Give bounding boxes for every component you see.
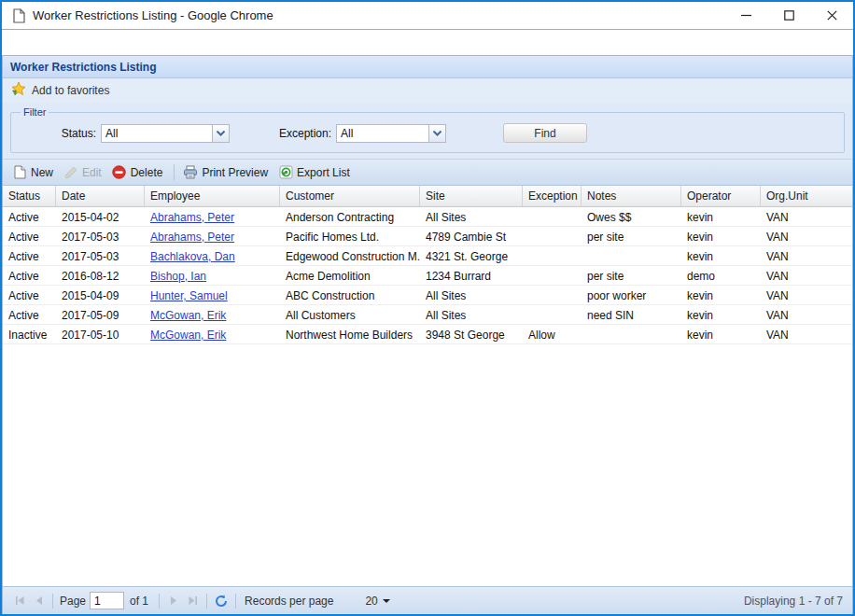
- column-header-exception[interactable]: Exception: [523, 186, 582, 206]
- grid-cell: kevin: [681, 286, 761, 304]
- delete-button[interactable]: Delete: [108, 162, 170, 183]
- grid-header: Status Date Employee Customer Site Excep…: [3, 186, 852, 207]
- page-size-value: 20: [365, 595, 377, 608]
- grid-cell: [582, 325, 681, 343]
- grid-cell: Active: [3, 246, 56, 265]
- table-row[interactable]: Active2016-08-12Bishop, IanAcme Demoliti…: [3, 266, 852, 286]
- grid-cell: McGowan, Erik: [145, 325, 280, 343]
- grid-cell: [523, 305, 582, 324]
- grid-cell: [582, 246, 681, 265]
- column-header-site[interactable]: Site: [420, 186, 523, 206]
- exception-combobox[interactable]: All: [336, 124, 446, 143]
- grid-cell: 2017-05-10: [56, 325, 145, 343]
- status-combobox[interactable]: All: [101, 124, 230, 143]
- pager-separator: [52, 594, 53, 609]
- grid-cell: McGowan, Erik: [145, 305, 280, 324]
- print-preview-button-label: Print Preview: [202, 166, 268, 179]
- edit-button[interactable]: Edit: [60, 162, 108, 183]
- grid-cell: need SIN: [582, 305, 681, 324]
- grid-cell: [523, 266, 582, 285]
- column-header-status[interactable]: Status: [3, 186, 56, 206]
- employee-link[interactable]: Abrahams, Peter: [150, 231, 234, 244]
- new-page-icon: [12, 165, 27, 180]
- pager-separator: [159, 594, 160, 609]
- filter-panel: Filter Status: All Exception: All: [3, 103, 852, 159]
- chevron-down-icon[interactable]: [212, 125, 229, 142]
- grid-cell: 4789 Cambie St: [420, 227, 523, 245]
- previous-page-button[interactable]: [29, 592, 48, 610]
- column-header-org-unit[interactable]: Org.Unit: [761, 186, 852, 206]
- records-per-page-label: Records per page: [245, 595, 333, 608]
- grid-cell: 1234 Burrard: [420, 266, 523, 285]
- grid-cell: VAN: [761, 266, 852, 285]
- employee-link[interactable]: Hunter, Samuel: [150, 289, 228, 302]
- printer-icon: [183, 165, 198, 180]
- column-header-employee[interactable]: Employee: [145, 186, 280, 206]
- minimize-button[interactable]: [724, 2, 767, 29]
- export-list-icon: [278, 165, 293, 180]
- table-row[interactable]: Active2015-04-09Hunter, SamuelABC Constr…: [3, 286, 852, 305]
- grid-cell: Allow: [523, 325, 582, 343]
- table-row[interactable]: Active2017-05-03Bachlakova, DanEdgewood …: [3, 246, 852, 266]
- pencil-icon: [63, 165, 78, 180]
- grid-cell: Hunter, Samuel: [145, 286, 280, 304]
- page-count-label: of 1: [130, 595, 148, 608]
- grid-toolbar: New Edit Delete: [3, 159, 852, 186]
- table-row[interactable]: Inactive2017-05-10McGowan, ErikNorthwest…: [3, 325, 852, 344]
- window-titlebar[interactable]: Worker Restrictions Listing - Google Chr…: [2, 2, 853, 30]
- export-list-button[interactable]: Export List: [274, 162, 357, 183]
- window-title: Worker Restrictions Listing - Google Chr…: [33, 8, 273, 22]
- print-preview-button[interactable]: Print Preview: [179, 162, 274, 183]
- table-row[interactable]: Active2017-05-03Abrahams, PeterPacific H…: [3, 227, 852, 246]
- close-button[interactable]: [810, 2, 853, 29]
- new-button[interactable]: New: [8, 162, 60, 183]
- column-header-notes[interactable]: Notes: [582, 186, 681, 206]
- employee-link[interactable]: Bishop, Ian: [150, 270, 206, 283]
- favorites-bar[interactable]: Add to favorites: [3, 78, 852, 103]
- grid-cell: Active: [3, 286, 56, 304]
- employee-link[interactable]: McGowan, Erik: [150, 329, 226, 342]
- chevron-down-icon[interactable]: [428, 125, 445, 142]
- grid-cell: VAN: [761, 305, 852, 324]
- employee-link[interactable]: McGowan, Erik: [150, 309, 226, 322]
- grid-cell: VAN: [761, 207, 852, 226]
- table-row[interactable]: Active2015-04-02Abrahams, PeterAnderson …: [3, 207, 852, 227]
- grid-cell: kevin: [681, 207, 761, 226]
- panel-header: Worker Restrictions Listing: [3, 56, 852, 78]
- grid-cell: Abrahams, Peter: [145, 227, 280, 245]
- first-page-button[interactable]: [10, 592, 29, 610]
- grid-cell: 2017-05-03: [56, 227, 145, 245]
- employee-link[interactable]: Bachlakova, Dan: [150, 250, 235, 263]
- add-to-favorites-link[interactable]: Add to favorites: [32, 84, 109, 97]
- grid-cell: Bachlakova, Dan: [145, 246, 280, 265]
- grid-cell: 4321 St. George: [420, 246, 523, 265]
- employee-link[interactable]: Abrahams, Peter: [150, 211, 234, 224]
- next-page-button[interactable]: [164, 592, 183, 610]
- column-header-customer[interactable]: Customer: [280, 186, 420, 206]
- grid-cell: Active: [3, 266, 56, 285]
- grid-cell: kevin: [681, 305, 761, 324]
- page-number-input[interactable]: [90, 592, 124, 609]
- grid-cell: Pacific Homes Ltd.: [280, 227, 420, 245]
- find-button[interactable]: Find: [503, 123, 587, 143]
- export-list-button-label: Export List: [297, 166, 350, 179]
- table-row[interactable]: Active2017-05-09McGowan, ErikAll Custome…: [3, 305, 852, 325]
- toolbar-separator: [174, 164, 175, 180]
- grid-cell: All Customers: [280, 305, 420, 324]
- grid-cell: Active: [3, 227, 56, 245]
- maximize-button[interactable]: [767, 2, 810, 29]
- grid-cell: Anderson Contracting: [280, 207, 420, 226]
- column-header-operator[interactable]: Operator: [681, 186, 761, 206]
- page-title: Worker Restrictions Listing: [10, 61, 156, 74]
- refresh-icon[interactable]: [212, 592, 231, 610]
- grid-cell: All Sites: [420, 207, 523, 226]
- exception-combobox-value[interactable]: All: [337, 125, 428, 142]
- page-size-dropdown[interactable]: 20: [365, 595, 389, 608]
- grid-cell: Northwest Home Builders: [280, 325, 420, 343]
- last-page-button[interactable]: [183, 592, 202, 610]
- status-combobox-value[interactable]: All: [102, 125, 212, 142]
- grid-cell: Active: [3, 305, 56, 324]
- column-header-date[interactable]: Date: [56, 186, 145, 206]
- page-icon: [13, 8, 25, 23]
- grid-cell: [523, 207, 582, 226]
